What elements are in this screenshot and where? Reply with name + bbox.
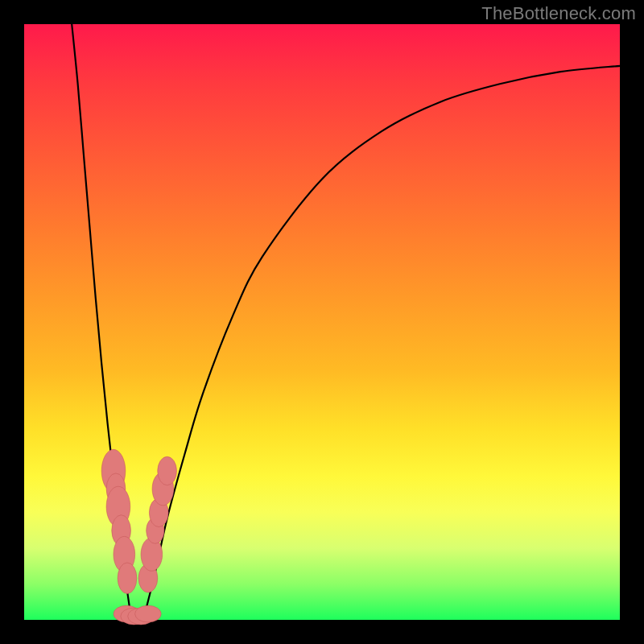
chart-svg: [24, 24, 620, 620]
bead-group: [101, 449, 176, 625]
bead: [135, 605, 162, 622]
bead: [118, 563, 137, 593]
frame: TheBottleneck.com: [0, 0, 644, 644]
bead: [158, 456, 177, 485]
watermark-text: TheBottleneck.com: [481, 3, 636, 24]
curve-right-branch: [143, 66, 620, 620]
